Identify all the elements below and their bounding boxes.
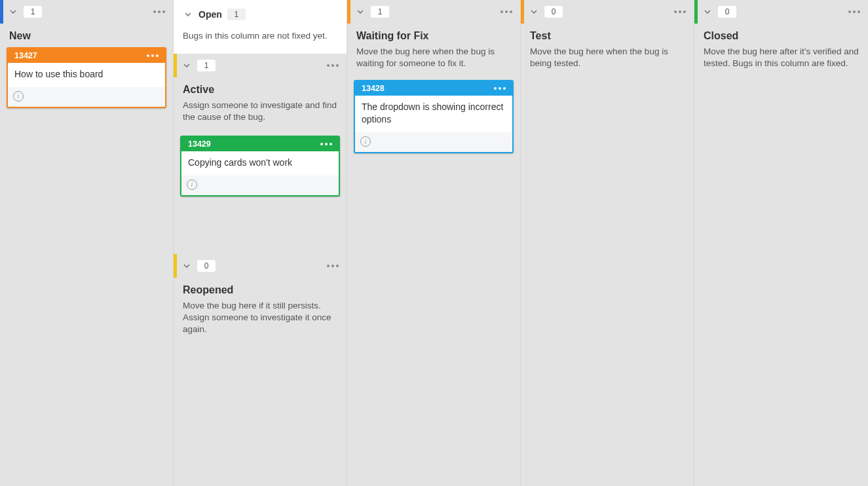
card-header: 13428	[355, 81, 512, 96]
column-stripe	[347, 0, 350, 24]
open-body: Bugs in this column are not fixed yet.	[174, 29, 347, 54]
chevron-down-icon[interactable]	[7, 5, 20, 18]
column-title: Closed	[694, 24, 868, 45]
lane-count: 1	[197, 60, 216, 71]
column-fill	[174, 342, 347, 486]
column-count: 1	[24, 6, 42, 18]
column-new-header: 1	[0, 0, 173, 24]
column-test: 0 Test Move the bug here when the bug is…	[521, 0, 694, 486]
column-test-header: 0	[521, 0, 694, 24]
column-stripe	[694, 0, 698, 24]
card-menu[interactable]	[147, 54, 159, 57]
kanban-board: 1 New 13427 How to use this board i	[0, 0, 868, 486]
card-title: The dropdown is showing incorrect option…	[355, 96, 512, 132]
card-footer: i	[181, 176, 339, 195]
card-title: Copying cards won't work	[181, 151, 339, 176]
card-id: 13428	[362, 84, 385, 93]
column-stripe	[174, 254, 177, 278]
lane-menu[interactable]	[324, 262, 341, 270]
column-title: New	[0, 24, 173, 45]
open-count: 1	[227, 9, 246, 20]
info-icon[interactable]: i	[13, 91, 24, 102]
column-closed-header: 0	[694, 0, 868, 24]
column-menu[interactable]	[151, 8, 168, 16]
column-open-group: Open 1 Bugs in this column are not fixed…	[174, 0, 347, 486]
card-footer: i	[355, 132, 512, 152]
card[interactable]: 13429 Copying cards won't work i	[180, 136, 340, 196]
card[interactable]: 13428 The dropdown is showing incorrect …	[354, 80, 514, 153]
column-count: 0	[718, 6, 736, 18]
card-menu[interactable]	[494, 87, 506, 90]
lane-desc: Assign someone to investigate and find t…	[174, 98, 347, 131]
column-stripe	[521, 0, 524, 24]
lane-menu[interactable]	[324, 62, 341, 69]
lane-title: Active	[174, 77, 347, 98]
column-fill	[0, 116, 173, 486]
column-menu[interactable]	[846, 8, 863, 16]
chevron-down-icon[interactable]	[527, 5, 540, 18]
card-id: 13427	[14, 51, 37, 60]
column-waiting: 1 Waiting for Fix Move the bug here when…	[347, 0, 521, 486]
column-fill	[347, 161, 520, 486]
lane-desc: Move the bug here if it still persists. …	[174, 299, 347, 343]
open-desc: Bugs in this column are not fixed yet.	[174, 29, 347, 50]
card[interactable]: 13427 How to use this board i	[7, 47, 166, 108]
column-closed: 0 Closed Move the bug here after it's ve…	[694, 0, 868, 486]
open-header: Open 1	[174, 0, 347, 29]
lane-active-cards: 13429 Copying cards won't work i	[174, 132, 347, 204]
column-stripe	[0, 0, 3, 24]
lane-count: 0	[197, 260, 216, 272]
card-title: How to use this board	[8, 63, 165, 87]
chevron-down-icon[interactable]	[701, 5, 714, 18]
column-menu[interactable]	[671, 8, 689, 16]
chevron-down-icon[interactable]	[180, 259, 193, 272]
chevron-down-icon[interactable]	[181, 8, 195, 21]
column-title: Waiting for Fix	[347, 24, 520, 45]
info-icon[interactable]: i	[187, 179, 197, 190]
column-desc: Move the bug here when the bug is waitin…	[347, 45, 520, 77]
card-id: 13429	[188, 140, 211, 149]
lane-title: Reopened	[174, 278, 347, 299]
column-count: 1	[371, 6, 389, 18]
card-header: 13427	[8, 48, 165, 63]
column-desc: Move the bug here when the bug is being …	[521, 45, 694, 77]
chevron-down-icon[interactable]	[180, 59, 193, 72]
info-icon[interactable]: i	[360, 136, 371, 147]
column-count: 0	[544, 6, 563, 18]
open-label: Open	[198, 9, 222, 20]
column-desc: Move the bug here after it's verified an…	[694, 45, 868, 77]
column-new: 1 New 13427 How to use this board i	[0, 0, 174, 486]
column-waiting-cards: 13428 The dropdown is showing incorrect …	[347, 77, 520, 161]
column-stripe	[174, 54, 177, 77]
lane-active-header: 1	[174, 54, 347, 77]
lane-reopened: 0 Reopened Move the bug here if it still…	[174, 254, 347, 343]
column-title: Test	[521, 24, 694, 45]
column-fill	[694, 77, 868, 486]
lane-reopened-header: 0	[174, 254, 347, 278]
column-new-cards: 13427 How to use this board i	[0, 45, 173, 116]
chevron-down-icon[interactable]	[354, 5, 367, 18]
column-waiting-header: 1	[347, 0, 520, 24]
lane-active: 1 Active Assign someone to investigate a…	[174, 54, 347, 250]
card-menu[interactable]	[320, 143, 332, 145]
card-header: 13429	[181, 137, 339, 151]
column-fill	[521, 77, 694, 486]
open-section: Open 1 Bugs in this column are not fixed…	[174, 0, 347, 54]
card-footer: i	[8, 87, 165, 107]
column-menu[interactable]	[498, 8, 515, 16]
